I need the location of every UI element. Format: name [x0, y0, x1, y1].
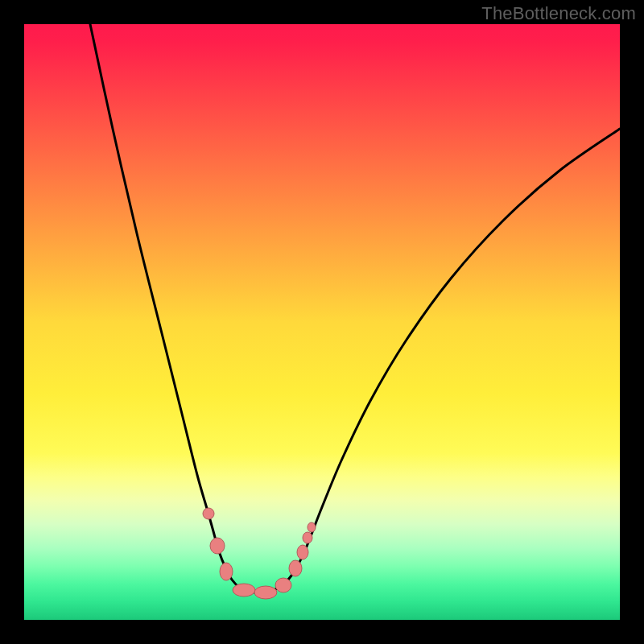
chart-stage: TheBottleneck.com — [0, 0, 644, 644]
curve-marker — [275, 578, 291, 592]
curve-marker — [210, 538, 225, 554]
curve-marker — [233, 584, 255, 597]
watermark-text: TheBottleneck.com — [481, 3, 636, 24]
plot-area — [24, 24, 620, 620]
curve-marker — [203, 508, 214, 519]
curve-marker — [308, 522, 316, 532]
curve-layer — [24, 24, 620, 620]
curve-markers — [203, 508, 316, 599]
curve-marker — [220, 563, 233, 580]
curve-marker — [303, 532, 312, 543]
curve-marker — [297, 545, 308, 559]
curve-marker — [289, 560, 302, 576]
curve-marker — [254, 586, 277, 599]
bottleneck-curve — [90, 24, 620, 592]
